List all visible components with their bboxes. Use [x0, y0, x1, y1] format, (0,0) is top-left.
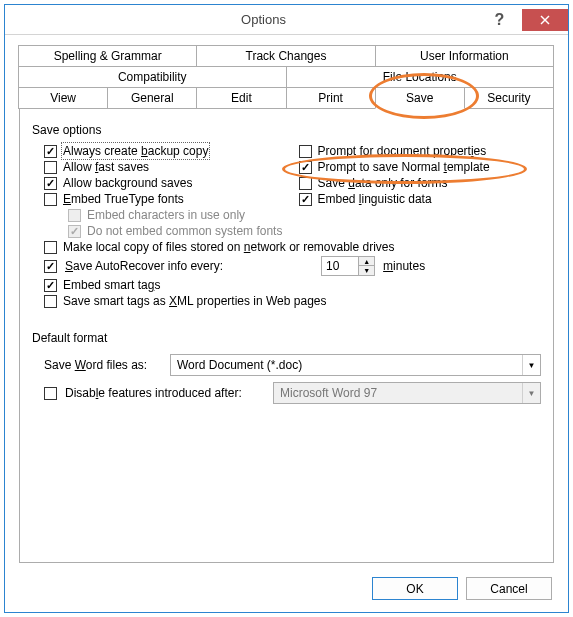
spinner-up-icon[interactable]: ▲	[359, 257, 374, 266]
embed-chars-in-use-checkbox	[68, 209, 81, 222]
titlebar: Options ?	[5, 5, 568, 35]
disable-features-checkbox[interactable]	[44, 387, 57, 400]
save-data-forms-label: Save data only for forms	[318, 176, 448, 190]
tab-view[interactable]: View	[18, 87, 108, 109]
tab-save[interactable]: Save	[375, 87, 465, 109]
close-icon	[540, 15, 550, 25]
backup-copy-checkbox[interactable]	[44, 145, 57, 158]
tab-file-locations[interactable]: File Locations	[286, 66, 555, 87]
embed-truetype-checkbox[interactable]	[44, 193, 57, 206]
tab-track-changes[interactable]: Track Changes	[196, 45, 375, 66]
fast-saves-label: Allow fast saves	[63, 160, 149, 174]
disable-features-label: Disable features introduced after:	[65, 386, 265, 400]
background-saves-label: Allow background saves	[63, 176, 192, 190]
prompt-properties-checkbox[interactable]	[299, 145, 312, 158]
local-copy-checkbox[interactable]	[44, 241, 57, 254]
help-button[interactable]: ?	[477, 9, 522, 31]
tab-print[interactable]: Print	[286, 87, 376, 109]
close-button[interactable]	[522, 9, 568, 31]
chevron-down-icon: ▼	[522, 383, 540, 403]
tabs: Spelling & Grammar Track Changes User In…	[5, 35, 568, 563]
fast-saves-checkbox[interactable]	[44, 161, 57, 174]
window-title: Options	[50, 12, 477, 27]
spinner-down-icon[interactable]: ▼	[359, 266, 374, 275]
save-word-as-value: Word Document (*.doc)	[171, 358, 522, 372]
no-common-fonts-label: Do not embed common system fonts	[87, 224, 282, 238]
save-word-as-combo[interactable]: Word Document (*.doc) ▼	[170, 354, 541, 376]
embed-linguistic-checkbox[interactable]	[299, 193, 312, 206]
save-options-label: Save options	[32, 123, 541, 137]
no-common-fonts-checkbox	[68, 225, 81, 238]
disable-features-combo: Microsoft Word 97 ▼	[273, 382, 541, 404]
save-word-as-label: Save Word files as:	[44, 358, 162, 372]
smart-tags-xml-checkbox[interactable]	[44, 295, 57, 308]
prompt-normal-checkbox[interactable]	[299, 161, 312, 174]
embed-truetype-label: Embed TrueType fonts	[63, 192, 184, 206]
cancel-button[interactable]: Cancel	[466, 577, 552, 600]
ok-button[interactable]: OK	[372, 577, 458, 600]
tab-user-information[interactable]: User Information	[375, 45, 554, 66]
tab-compatibility[interactable]: Compatibility	[18, 66, 287, 87]
save-panel: Save options Always create backup copy A…	[19, 108, 554, 563]
options-dialog: Options ? Spelling & Grammar Track Chang…	[4, 4, 569, 613]
prompt-properties-label: Prompt for document properties	[318, 144, 487, 158]
local-copy-label: Make local copy of files stored on netwo…	[63, 240, 395, 254]
tab-spelling-grammar[interactable]: Spelling & Grammar	[18, 45, 197, 66]
embed-linguistic-label: Embed linguistic data	[318, 192, 432, 206]
autorecover-input[interactable]	[322, 257, 358, 275]
autorecover-label: Save AutoRecover info every:	[65, 259, 223, 273]
default-format-label: Default format	[32, 331, 541, 345]
autorecover-unit: minutes	[383, 259, 425, 273]
disable-features-value: Microsoft Word 97	[274, 386, 522, 400]
tab-security[interactable]: Security	[464, 87, 554, 109]
save-data-forms-checkbox[interactable]	[299, 177, 312, 190]
autorecover-spinner[interactable]: ▲ ▼	[321, 256, 375, 276]
background-saves-checkbox[interactable]	[44, 177, 57, 190]
smart-tags-xml-label: Save smart tags as XML properties in Web…	[63, 294, 326, 308]
tab-edit[interactable]: Edit	[196, 87, 286, 109]
prompt-normal-label: Prompt to save Normal template	[318, 160, 490, 174]
autorecover-checkbox[interactable]	[44, 260, 57, 273]
embed-chars-in-use-label: Embed characters in use only	[87, 208, 245, 222]
tab-general[interactable]: General	[107, 87, 197, 109]
chevron-down-icon[interactable]: ▼	[522, 355, 540, 375]
embed-smart-tags-checkbox[interactable]	[44, 279, 57, 292]
backup-copy-label: Always create backup copy	[63, 144, 208, 158]
embed-smart-tags-label: Embed smart tags	[63, 278, 160, 292]
